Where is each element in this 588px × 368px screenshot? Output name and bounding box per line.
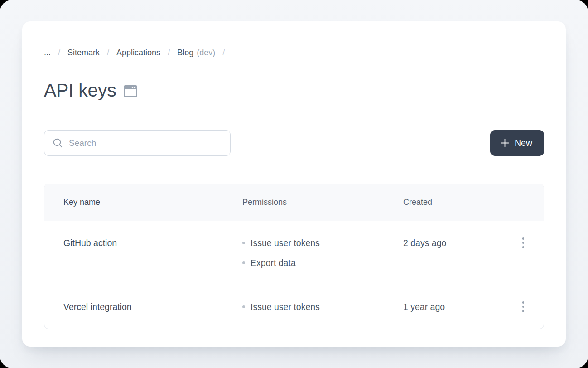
- column-header-created: Created: [403, 198, 503, 207]
- kebab-menu-icon[interactable]: [516, 233, 531, 253]
- search-input[interactable]: [69, 138, 223, 148]
- key-name: GitHub action: [44, 221, 242, 265]
- breadcrumb: ... / Sitemark / Applications / Blog (de…: [44, 47, 544, 58]
- breadcrumb-item-blog-label: Blog: [177, 47, 193, 58]
- table-row: Vercel integration Issue user tokens 1 y…: [44, 285, 544, 329]
- title-row: API keys: [44, 79, 544, 101]
- breadcrumb-item-blog[interactable]: Blog (dev): [177, 47, 215, 58]
- breadcrumb-item-blog-suffix: (dev): [197, 47, 215, 58]
- breadcrumb-ellipsis[interactable]: ...: [44, 47, 51, 58]
- permission-item: Export data: [242, 253, 403, 273]
- toolbar: New: [44, 130, 544, 156]
- table-row: GitHub action Issue user tokens Export d…: [44, 221, 544, 285]
- table-header-row: Key name Permissions Created: [44, 184, 544, 221]
- permission-item: Issue user tokens: [242, 233, 403, 253]
- permissions-list: Issue user tokens Export data: [242, 221, 403, 285]
- plus-icon: [500, 138, 510, 148]
- actions-cell: [503, 221, 544, 253]
- permission-item: Issue user tokens: [242, 297, 403, 317]
- actions-cell: [503, 285, 544, 317]
- column-header-permissions: Permissions: [242, 198, 403, 207]
- new-button-label: New: [515, 138, 532, 148]
- created-value: 2 days ago: [403, 221, 503, 265]
- search-icon: [53, 138, 63, 148]
- breadcrumb-item-applications[interactable]: Applications: [116, 47, 160, 58]
- search-box[interactable]: [44, 130, 231, 156]
- window-icon: [124, 85, 137, 97]
- breadcrumb-separator: /: [58, 47, 60, 58]
- breadcrumb-item-sitemark[interactable]: Sitemark: [67, 47, 100, 58]
- main-card: ... / Sitemark / Applications / Blog (de…: [22, 21, 566, 347]
- page-title: API keys: [44, 79, 116, 101]
- page-background: ... / Sitemark / Applications / Blog (de…: [0, 0, 588, 368]
- column-header-key-name: Key name: [44, 198, 242, 207]
- kebab-menu-icon[interactable]: [516, 297, 531, 317]
- new-button[interactable]: New: [490, 130, 544, 156]
- breadcrumb-separator: /: [168, 47, 170, 58]
- key-name: Vercel integration: [44, 285, 242, 329]
- created-value: 1 year ago: [403, 285, 503, 329]
- breadcrumb-separator: /: [222, 47, 225, 58]
- permissions-list: Issue user tokens: [242, 285, 403, 329]
- api-keys-table: Key name Permissions Created GitHub acti…: [44, 184, 544, 329]
- breadcrumb-separator: /: [107, 47, 109, 58]
